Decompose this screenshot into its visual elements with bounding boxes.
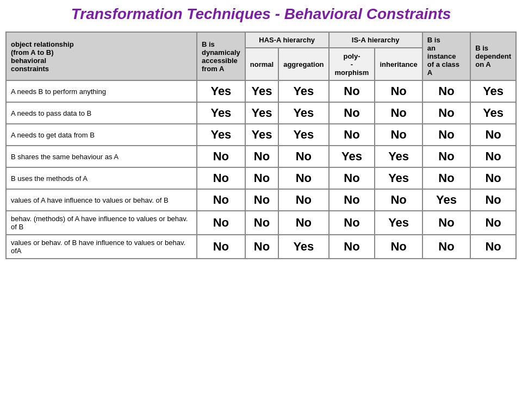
cell-5-2: No	[278, 189, 328, 211]
cell-1-3: No	[329, 102, 375, 124]
row-label-4: B uses the methods of A	[6, 167, 197, 189]
main-table: object relationship (from A to B) behavi…	[5, 32, 517, 259]
cell-1-1: Yes	[245, 102, 278, 124]
cell-4-6: No	[470, 167, 516, 189]
cell-2-5: No	[422, 124, 470, 146]
col2-header: B is dynamicaly accessible from A	[197, 32, 245, 80]
cell-6-2: No	[278, 211, 328, 235]
cell-7-6: No	[470, 235, 516, 259]
cell-0-5: No	[422, 80, 470, 102]
cell-4-3: No	[329, 167, 375, 189]
cell-6-4: Yes	[375, 211, 422, 235]
cell-5-3: No	[329, 189, 375, 211]
cell-3-6: No	[470, 146, 516, 167]
cell-3-4: Yes	[375, 146, 422, 167]
cell-0-4: No	[375, 80, 422, 102]
cell-2-3: No	[329, 124, 375, 146]
cell-3-2: No	[278, 146, 328, 167]
cell-7-5: No	[422, 235, 470, 259]
cell-1-5: No	[422, 102, 470, 124]
cell-1-6: Yes	[470, 102, 516, 124]
cell-6-6: No	[470, 211, 516, 235]
cell-0-0: Yes	[197, 80, 245, 102]
cell-0-1: Yes	[245, 80, 278, 102]
cell-6-1: No	[245, 211, 278, 235]
cell-6-3: No	[329, 211, 375, 235]
cell-4-2: No	[278, 167, 328, 189]
row-label-2: A needs to get data from B	[6, 124, 197, 146]
cell-5-5: Yes	[422, 189, 470, 211]
cell-4-0: No	[197, 167, 245, 189]
cell-7-0: No	[197, 235, 245, 259]
cell-7-4: No	[375, 235, 422, 259]
col3-header: normal	[245, 48, 278, 80]
cell-4-1: No	[245, 167, 278, 189]
cell-4-4: Yes	[375, 167, 422, 189]
cell-7-3: No	[329, 235, 375, 259]
cell-5-6: No	[470, 189, 516, 211]
col4-header: aggregation	[278, 48, 328, 80]
cell-5-0: No	[197, 189, 245, 211]
row-label-0: A needs B to perform anything	[6, 80, 197, 102]
row-label-5: values of A have influence to values or …	[6, 189, 197, 211]
top-left-header: object relationship (from A to B) behavi…	[6, 32, 197, 80]
is-a-header: IS-A hierarchy	[329, 32, 422, 48]
col5-header: poly- -morphism	[329, 48, 375, 80]
col7-header: B is an instance of a class A	[422, 32, 470, 80]
cell-2-6: No	[470, 124, 516, 146]
cell-2-2: Yes	[278, 124, 328, 146]
cell-1-4: No	[375, 102, 422, 124]
cell-3-1: No	[245, 146, 278, 167]
page-title: Transformation Techniques - Behavioral C…	[5, 5, 517, 23]
cell-5-1: No	[245, 189, 278, 211]
row-label-6: behav. (methods) of A have influence to …	[6, 211, 197, 235]
cell-2-4: No	[375, 124, 422, 146]
cell-3-5: No	[422, 146, 470, 167]
cell-2-0: Yes	[197, 124, 245, 146]
col8-header: B is dependent on A	[470, 32, 516, 80]
row-label-3: B shares the same behaviour as A	[6, 146, 197, 167]
cell-4-5: No	[422, 167, 470, 189]
cell-6-0: No	[197, 211, 245, 235]
cell-0-3: No	[329, 80, 375, 102]
cell-7-2: Yes	[278, 235, 328, 259]
cell-0-6: Yes	[470, 80, 516, 102]
cell-3-3: Yes	[329, 146, 375, 167]
row-label-1: A needs to pass data to B	[6, 102, 197, 124]
row-label-7: values or behav. of B have influence to …	[6, 235, 197, 259]
cell-5-4: No	[375, 189, 422, 211]
cell-1-0: Yes	[197, 102, 245, 124]
col6-header: inheritance	[375, 48, 422, 80]
cell-3-0: No	[197, 146, 245, 167]
cell-6-5: No	[422, 211, 470, 235]
cell-0-2: Yes	[278, 80, 328, 102]
cell-2-1: Yes	[245, 124, 278, 146]
cell-7-1: No	[245, 235, 278, 259]
has-a-header: HAS-A hierarchy	[245, 32, 329, 48]
cell-1-2: Yes	[278, 102, 328, 124]
